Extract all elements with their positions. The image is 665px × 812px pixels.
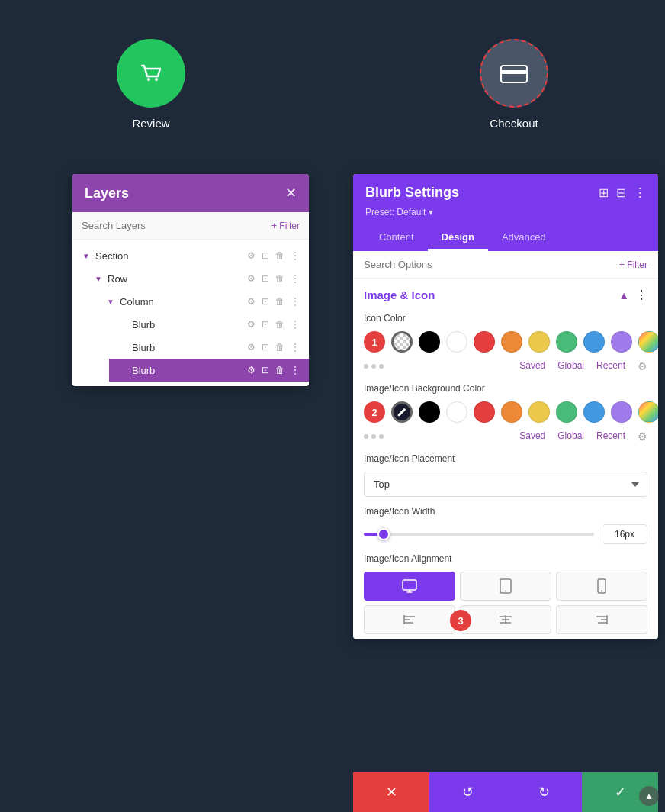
tab-design[interactable]: Design — [428, 225, 488, 251]
blurb2-delete-icon[interactable]: 🗑 — [274, 340, 286, 354]
color-swatch-yellow[interactable] — [528, 331, 550, 353]
align-right-icon — [595, 614, 609, 626]
section-collapse-icon[interactable]: ▲ — [618, 289, 629, 301]
layers-search-input[interactable] — [82, 220, 265, 231]
preset-label: Preset: Default — [365, 207, 426, 218]
color-swatch-green[interactable] — [556, 331, 577, 353]
scroll-up-indicator[interactable]: ▲ — [639, 786, 659, 806]
section-more-icon[interactable]: ⋮ — [635, 288, 647, 302]
split-icon[interactable]: ⊟ — [616, 185, 626, 200]
column-toggle[interactable]: ▼ — [104, 298, 117, 306]
align-btn-phone[interactable] — [556, 572, 647, 601]
column-settings-icon[interactable]: ⚙ — [246, 295, 257, 308]
settings-title-row: Blurb Settings ⊞ ⊟ ⋮ — [365, 185, 646, 201]
layers-filter-button[interactable]: + Filter — [271, 221, 300, 231]
color-swatch-checkered[interactable] — [391, 331, 413, 353]
icon-bg-color-global[interactable]: Global — [557, 430, 584, 443]
bg-color-swatch-custom[interactable] — [638, 401, 658, 423]
section-delete-icon[interactable]: 🗑 — [274, 249, 286, 263]
tab-advanced[interactable]: Advanced — [488, 225, 560, 251]
bg-color-swatch-green[interactable] — [556, 401, 577, 423]
review-module[interactable]: Review — [117, 39, 185, 130]
color-swatch-pencil[interactable] — [391, 401, 413, 423]
bg-color-swatch-red[interactable] — [474, 401, 495, 423]
section-settings-icon[interactable]: ⚙ — [246, 249, 257, 263]
more-options-icon[interactable]: ⋮ — [634, 185, 646, 200]
settings-preset[interactable]: Preset: Default ▾ — [365, 207, 646, 218]
icon-bg-color-row: 2 — [353, 397, 658, 427]
section-copy-icon[interactable]: ⊡ — [260, 249, 271, 263]
icon-color-recent[interactable]: Recent — [596, 360, 625, 372]
align-btn-right[interactable] — [556, 605, 647, 634]
blurb3-more-icon[interactable]: ⋮ — [289, 363, 301, 377]
cancel-button[interactable]: ✕ — [353, 772, 429, 812]
icon-color-text: Icon Color — [364, 313, 406, 324]
align-btn-left[interactable] — [364, 605, 455, 634]
color-swatch-purple[interactable] — [611, 331, 632, 353]
width-slider-thumb[interactable] — [377, 528, 390, 540]
icon-color-gear[interactable]: ⚙ — [638, 360, 647, 372]
row-settings-icon[interactable]: ⚙ — [246, 272, 257, 285]
blurb2-copy-icon[interactable]: ⊡ — [260, 340, 271, 354]
column-copy-icon[interactable]: ⊡ — [260, 295, 271, 308]
blurb1-delete-icon[interactable]: 🗑 — [274, 317, 286, 331]
blurb2-settings-icon[interactable]: ⚙ — [246, 340, 257, 354]
bg-color-swatch-yellow[interactable] — [528, 401, 550, 423]
tab-content[interactable]: Content — [365, 225, 428, 251]
section-controls: ▲ ⋮ — [618, 288, 647, 302]
tree-item-column[interactable]: ▼ Column ⚙ ⊡ 🗑 ⋮ — [97, 290, 309, 313]
blurb1-settings-icon[interactable]: ⚙ — [246, 317, 257, 331]
layers-close-button[interactable]: ✕ — [285, 185, 297, 201]
blurb1-more-icon[interactable]: ⋮ — [289, 317, 301, 331]
redo-button[interactable]: ↻ — [506, 772, 582, 812]
row-toggle[interactable]: ▼ — [92, 275, 104, 283]
width-value-input[interactable]: 16px — [602, 524, 647, 544]
tree-item-blurb-3[interactable]: Blurb ⚙ ⊡ 🗑 ⋮ — [109, 359, 309, 382]
color-swatch-red[interactable] — [474, 331, 495, 353]
undo-button[interactable]: ↺ — [429, 772, 506, 812]
tree-item-section[interactable]: ▼ Section ⚙ ⊡ 🗑 ⋮ — [72, 244, 309, 267]
placement-select[interactable]: Top Left Right Bottom — [364, 472, 647, 497]
placement-label: Image/Icon Placement — [353, 449, 658, 467]
section-more-icon[interactable]: ⋮ — [289, 249, 301, 263]
bg-color-swatch-white[interactable] — [446, 401, 467, 423]
color-swatch-black[interactable] — [419, 331, 440, 353]
settings-filter-button[interactable]: + Filter — [619, 259, 647, 270]
tablet-icon — [500, 578, 512, 594]
expand-icon[interactable]: ⊞ — [599, 185, 609, 200]
align-btn-tablet[interactable] — [460, 572, 551, 601]
column-more-icon[interactable]: ⋮ — [289, 295, 301, 308]
blurb3-delete-icon[interactable]: 🗑 — [274, 363, 286, 377]
icon-bg-color-recent[interactable]: Recent — [596, 430, 625, 443]
checkout-module[interactable]: Checkout — [480, 39, 548, 130]
blurb1-copy-icon[interactable]: ⊡ — [260, 317, 271, 331]
blurb2-more-icon[interactable]: ⋮ — [289, 340, 301, 354]
tree-item-row[interactable]: ▼ Row ⚙ ⊡ 🗑 ⋮ — [85, 267, 309, 290]
settings-search-input[interactable] — [364, 259, 619, 270]
section-toggle[interactable]: ▼ — [80, 252, 92, 260]
icon-bg-color-gear[interactable]: ⚙ — [638, 430, 647, 443]
align-btn-monitor[interactable] — [364, 572, 455, 601]
row-delete-icon[interactable]: 🗑 — [274, 272, 286, 285]
cart-icon — [136, 58, 166, 89]
bg-color-swatch-black[interactable] — [419, 401, 440, 423]
blurb3-copy-icon[interactable]: ⊡ — [260, 363, 271, 377]
row-more-icon[interactable]: ⋮ — [289, 272, 301, 285]
icon-bg-color-saved[interactable]: Saved — [519, 430, 545, 443]
blurb2-label: Blurb — [132, 342, 243, 353]
align-btn-center[interactable]: 3 — [460, 605, 551, 634]
icon-color-global[interactable]: Global — [557, 360, 584, 372]
column-delete-icon[interactable]: 🗑 — [274, 295, 286, 308]
bg-color-swatch-blue[interactable] — [583, 401, 605, 423]
tree-item-blurb-1[interactable]: Blurb ⚙ ⊡ 🗑 ⋮ — [109, 313, 309, 336]
icon-color-saved[interactable]: Saved — [519, 360, 545, 372]
blurb3-settings-icon[interactable]: ⚙ — [246, 363, 257, 377]
tree-item-blurb-2[interactable]: Blurb ⚙ ⊡ 🗑 ⋮ — [109, 336, 309, 359]
color-swatch-custom[interactable] — [638, 331, 658, 353]
color-swatch-white[interactable] — [446, 331, 467, 353]
bg-color-swatch-purple[interactable] — [611, 401, 632, 423]
color-swatch-orange[interactable] — [501, 331, 522, 353]
bg-color-swatch-orange[interactable] — [501, 401, 522, 423]
color-swatch-blue[interactable] — [583, 331, 605, 353]
row-copy-icon[interactable]: ⊡ — [260, 272, 271, 285]
